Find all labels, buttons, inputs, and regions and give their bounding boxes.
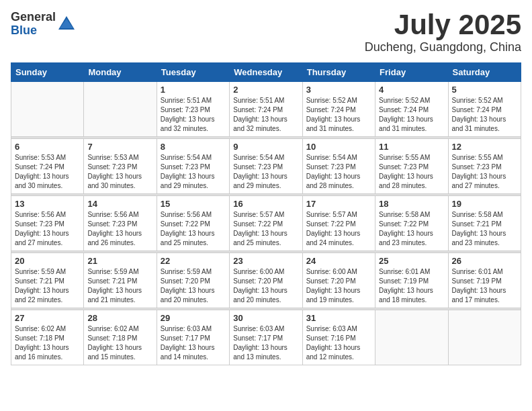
day-info: Sunrise: 6:03 AMSunset: 7:16 PMDaylight:…: [306, 324, 371, 362]
calendar-day-cell: 20Sunrise: 5:59 AMSunset: 7:21 PMDayligh…: [11, 253, 84, 308]
day-info: Sunrise: 6:01 AMSunset: 7:19 PMDaylight:…: [452, 267, 517, 305]
day-number: 9: [233, 142, 298, 152]
day-of-week-header: Wednesday: [230, 63, 302, 82]
calendar-table: SundayMondayTuesdayWednesdayThursdayFrid…: [11, 62, 521, 365]
day-number: 17: [306, 199, 371, 209]
calendar-day-cell: 5Sunrise: 5:52 AMSunset: 7:24 PMDaylight…: [448, 82, 521, 137]
day-info: Sunrise: 6:00 AMSunset: 7:20 PMDaylight:…: [306, 267, 371, 305]
day-number: 2: [233, 85, 298, 95]
day-number: 8: [161, 142, 226, 152]
calendar-day-cell: 7Sunrise: 5:53 AMSunset: 7:23 PMDaylight…: [84, 139, 157, 194]
calendar-day-cell: 24Sunrise: 6:00 AMSunset: 7:20 PMDayligh…: [302, 253, 375, 308]
day-info: Sunrise: 5:51 AMSunset: 7:24 PMDaylight:…: [233, 96, 298, 134]
day-number: 15: [161, 199, 226, 209]
calendar-day-cell: 22Sunrise: 5:59 AMSunset: 7:20 PMDayligh…: [157, 253, 229, 308]
day-number: 3: [306, 85, 371, 95]
calendar-day-cell: [375, 310, 448, 365]
page-header: General Blue July 2025 Ducheng, Guangdon…: [11, 11, 521, 54]
day-number: 10: [306, 142, 371, 152]
day-number: 1: [161, 85, 226, 95]
day-number: 26: [452, 256, 517, 266]
calendar-day-cell: [11, 82, 84, 137]
calendar-day-cell: 18Sunrise: 5:58 AMSunset: 7:22 PMDayligh…: [375, 196, 448, 251]
calendar-day-cell: 30Sunrise: 6:03 AMSunset: 7:17 PMDayligh…: [230, 310, 302, 365]
calendar-day-cell: 9Sunrise: 5:54 AMSunset: 7:23 PMDaylight…: [230, 139, 302, 194]
day-info: Sunrise: 5:53 AMSunset: 7:24 PMDaylight:…: [15, 153, 80, 191]
day-info: Sunrise: 5:52 AMSunset: 7:24 PMDaylight:…: [452, 96, 517, 134]
day-number: 30: [233, 313, 298, 323]
day-number: 28: [87, 313, 152, 323]
day-number: 18: [379, 199, 444, 209]
day-number: 23: [233, 256, 298, 266]
day-number: 12: [452, 142, 517, 152]
day-info: Sunrise: 5:54 AMSunset: 7:23 PMDaylight:…: [306, 153, 371, 191]
calendar-day-cell: 16Sunrise: 5:57 AMSunset: 7:22 PMDayligh…: [230, 196, 302, 251]
day-info: Sunrise: 5:56 AMSunset: 7:23 PMDaylight:…: [87, 210, 152, 248]
day-number: 27: [15, 313, 80, 323]
calendar-day-cell: 27Sunrise: 6:02 AMSunset: 7:18 PMDayligh…: [11, 310, 84, 365]
day-info: Sunrise: 5:52 AMSunset: 7:24 PMDaylight:…: [379, 96, 444, 134]
day-info: Sunrise: 5:57 AMSunset: 7:22 PMDaylight:…: [306, 210, 371, 248]
calendar-day-cell: [84, 82, 157, 137]
calendar-day-cell: [448, 310, 521, 365]
calendar-day-cell: 13Sunrise: 5:56 AMSunset: 7:23 PMDayligh…: [11, 196, 84, 251]
calendar-day-cell: 15Sunrise: 5:56 AMSunset: 7:22 PMDayligh…: [157, 196, 229, 251]
day-info: Sunrise: 5:59 AMSunset: 7:21 PMDaylight:…: [87, 267, 152, 305]
day-info: Sunrise: 5:54 AMSunset: 7:23 PMDaylight:…: [233, 153, 298, 191]
svg-marker-1: [60, 19, 73, 28]
day-info: Sunrise: 5:57 AMSunset: 7:22 PMDaylight:…: [233, 210, 298, 248]
day-number: 25: [379, 256, 444, 266]
logo-blue: Blue: [11, 24, 56, 38]
day-number: 31: [306, 313, 371, 323]
calendar-day-cell: 2Sunrise: 5:51 AMSunset: 7:24 PMDaylight…: [230, 82, 302, 137]
day-info: Sunrise: 5:55 AMSunset: 7:23 PMDaylight:…: [379, 153, 444, 191]
calendar-week-row: 1Sunrise: 5:51 AMSunset: 7:23 PMDaylight…: [11, 82, 521, 137]
calendar-day-cell: 17Sunrise: 5:57 AMSunset: 7:22 PMDayligh…: [302, 196, 375, 251]
day-of-week-header: Thursday: [302, 63, 375, 82]
day-number: 14: [87, 199, 152, 209]
day-info: Sunrise: 6:02 AMSunset: 7:18 PMDaylight:…: [87, 324, 152, 362]
calendar-week-row: 27Sunrise: 6:02 AMSunset: 7:18 PMDayligh…: [11, 310, 521, 365]
day-number: 11: [379, 142, 444, 152]
day-info: Sunrise: 6:01 AMSunset: 7:19 PMDaylight:…: [379, 267, 444, 305]
day-number: 20: [15, 256, 80, 266]
day-info: Sunrise: 5:58 AMSunset: 7:22 PMDaylight:…: [379, 210, 444, 248]
calendar-day-cell: 26Sunrise: 6:01 AMSunset: 7:19 PMDayligh…: [448, 253, 521, 308]
day-info: Sunrise: 5:56 AMSunset: 7:22 PMDaylight:…: [161, 210, 226, 248]
calendar-day-cell: 31Sunrise: 6:03 AMSunset: 7:16 PMDayligh…: [302, 310, 375, 365]
calendar-day-cell: 14Sunrise: 5:56 AMSunset: 7:23 PMDayligh…: [84, 196, 157, 251]
day-info: Sunrise: 6:02 AMSunset: 7:18 PMDaylight:…: [15, 324, 80, 362]
day-number: 7: [87, 142, 152, 152]
calendar-day-cell: 28Sunrise: 6:02 AMSunset: 7:18 PMDayligh…: [84, 310, 157, 365]
day-info: Sunrise: 5:56 AMSunset: 7:23 PMDaylight:…: [15, 210, 80, 248]
logo: General Blue: [11, 11, 76, 38]
calendar-day-cell: 10Sunrise: 5:54 AMSunset: 7:23 PMDayligh…: [302, 139, 375, 194]
month-title: July 2025: [365, 11, 521, 39]
day-info: Sunrise: 5:59 AMSunset: 7:21 PMDaylight:…: [15, 267, 80, 305]
day-of-week-header: Sunday: [11, 63, 84, 82]
day-info: Sunrise: 5:54 AMSunset: 7:23 PMDaylight:…: [161, 153, 226, 191]
calendar-day-cell: 21Sunrise: 5:59 AMSunset: 7:21 PMDayligh…: [84, 253, 157, 308]
day-number: 24: [306, 256, 371, 266]
day-info: Sunrise: 6:03 AMSunset: 7:17 PMDaylight:…: [161, 324, 226, 362]
calendar-day-cell: 29Sunrise: 6:03 AMSunset: 7:17 PMDayligh…: [157, 310, 229, 365]
day-number: 19: [452, 199, 517, 209]
day-info: Sunrise: 6:00 AMSunset: 7:20 PMDaylight:…: [233, 267, 298, 305]
day-number: 21: [87, 256, 152, 266]
day-number: 16: [233, 199, 298, 209]
day-number: 13: [15, 199, 80, 209]
day-number: 29: [161, 313, 226, 323]
day-number: 4: [379, 85, 444, 95]
day-of-week-header: Saturday: [448, 63, 521, 82]
logo-icon: [57, 13, 76, 35]
day-number: 22: [161, 256, 226, 266]
day-info: Sunrise: 5:55 AMSunset: 7:23 PMDaylight:…: [452, 153, 517, 191]
day-info: Sunrise: 5:51 AMSunset: 7:23 PMDaylight:…: [161, 96, 226, 134]
day-info: Sunrise: 5:59 AMSunset: 7:20 PMDaylight:…: [161, 267, 226, 305]
calendar-day-cell: 8Sunrise: 5:54 AMSunset: 7:23 PMDaylight…: [157, 139, 229, 194]
title-block: July 2025 Ducheng, Guangdong, China: [365, 11, 521, 54]
day-info: Sunrise: 5:53 AMSunset: 7:23 PMDaylight:…: [87, 153, 152, 191]
calendar-day-cell: 23Sunrise: 6:00 AMSunset: 7:20 PMDayligh…: [230, 253, 302, 308]
calendar-day-cell: 3Sunrise: 5:52 AMSunset: 7:24 PMDaylight…: [302, 82, 375, 137]
calendar-day-cell: 1Sunrise: 5:51 AMSunset: 7:23 PMDaylight…: [157, 82, 229, 137]
